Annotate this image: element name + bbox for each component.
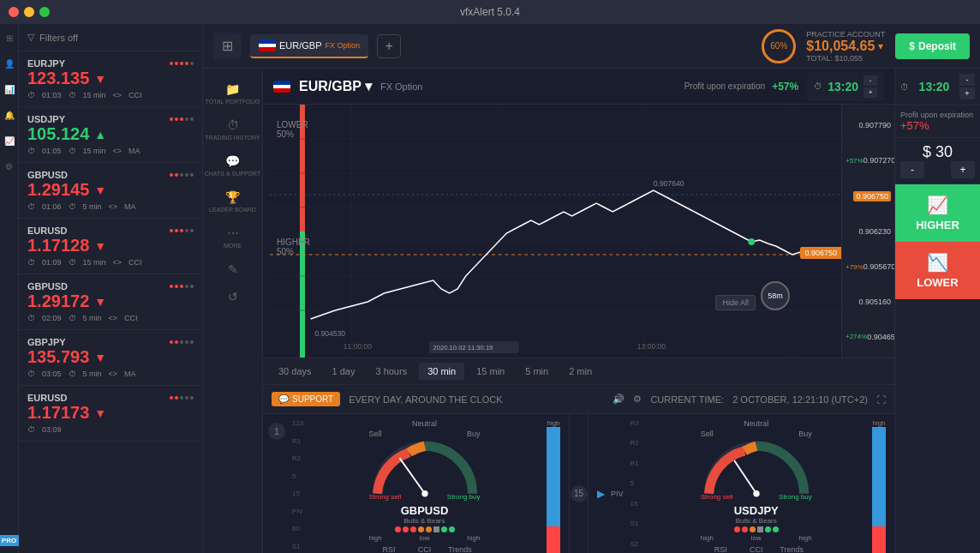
tf-15min[interactable]: 15 min: [468, 363, 513, 380]
amount-minus-btn[interactable]: -: [900, 161, 924, 178]
profit-label: Profit upon expiration: [900, 111, 975, 119]
pair-item-usdjpy[interactable]: USDJPY 105.124 ▲ ⏱ 01:05 ⏱: [19, 107, 202, 163]
pair-name-gbpusd2: GBPUSD: [27, 281, 194, 292]
bb-dot: [426, 526, 432, 532]
high-bar-blue-1: [547, 427, 560, 526]
sidebar-icon-settings[interactable]: ⚙: [3, 159, 16, 173]
sidebar-icon-chart[interactable]: 📊: [3, 82, 16, 96]
dot: [180, 173, 183, 177]
chart-up-icon: 📈: [927, 195, 948, 215]
timer-minus-btn[interactable]: -: [863, 75, 877, 86]
timer-icon-panel: ⏱: [900, 82, 909, 92]
grid-view-btn[interactable]: ⊞: [213, 33, 242, 59]
strong-sell-1: Strong sell: [369, 493, 402, 501]
history-icon: ⏱: [227, 118, 239, 132]
sidebar-history[interactable]: ⏱ TRADING HISTORY: [205, 111, 260, 147]
pair-item-eurusd2[interactable]: EURUSD 1.17173 ▼ ⏱ 03:09: [19, 386, 202, 442]
tf-30min[interactable]: 30 min: [419, 363, 464, 380]
sidebar-leaderboard[interactable]: 🏆 LEADER BOARD: [209, 183, 256, 219]
tf-2min[interactable]: 2 min: [560, 363, 601, 380]
pair-item-eurjpy[interactable]: EURJPY 123.135 ▼ ⏱ 01:03 ⏱: [19, 51, 202, 107]
tab-eurgbp[interactable]: EUR/GBP FX Option: [250, 34, 368, 58]
expand-icon[interactable]: ⛶: [876, 394, 886, 405]
price-value-2: 0.907270: [863, 156, 894, 165]
sidebar-icon-stats[interactable]: 📈: [3, 134, 16, 147]
pair-item-eurusd[interactable]: EURUSD 1.17128 ▼ ⏱ 01:09 ⏱: [19, 219, 202, 274]
lower-pct: 50%: [277, 129, 308, 139]
signal-dots: [170, 396, 194, 400]
higher-text: HIGHER: [277, 237, 310, 247]
amount-plus-btn[interactable]: +: [951, 161, 975, 178]
deposit-button[interactable]: $ Deposit: [895, 33, 970, 59]
tf-30days[interactable]: 30 days: [270, 363, 320, 380]
svg-text:0.907640: 0.907640: [654, 179, 684, 188]
stats-1: RSI 36.12 CCI -91.74 Trends: [377, 545, 471, 553]
chart-timer-circle: 58m: [761, 281, 790, 310]
sidebar-portfolio[interactable]: 📁 TOTAL PORTFOLIO: [206, 75, 260, 111]
sidebar-more[interactable]: ⋯ MORE: [224, 219, 242, 255]
amount-dropdown-icon[interactable]: ▾: [878, 40, 883, 52]
top-bar-right: 60% PRACTICE ACCOUNT $10,054.65 ▾ TOTAL:…: [762, 29, 970, 63]
svg-line-20: [399, 458, 425, 494]
timer-plus-btn[interactable]: +: [863, 87, 877, 98]
time-icon: ⏱: [69, 370, 76, 378]
high-label-2b: high: [799, 534, 812, 542]
sidebar-icon-account[interactable]: 👤: [3, 57, 16, 70]
dot: [175, 285, 178, 288]
maximize-btn[interactable]: [39, 7, 50, 17]
ind-number-1: 1: [268, 419, 289, 553]
arrow-down-icon: ▼: [94, 351, 106, 364]
hide-all-btn[interactable]: Hide All: [715, 295, 756, 310]
clock-icon: ⏱: [27, 91, 35, 99]
sidebar-refresh[interactable]: ↺: [228, 283, 238, 310]
trading-area: ⊞ EUR/GBP FX Option + 60% PRACTICE ACCOU…: [203, 24, 980, 553]
settings-icon[interactable]: ⚙: [633, 394, 642, 405]
price-row: 0.905160: [846, 298, 891, 306]
dot: [170, 117, 173, 121]
pair-price-eurusd: 1.17128 ▼: [27, 236, 194, 255]
indicator-icon: <>: [109, 202, 118, 211]
stat-cci-2: CCI -59.56: [743, 545, 769, 553]
chart-type: FX Option: [380, 81, 423, 92]
sidebar-icon-bell[interactable]: 🔔: [3, 108, 16, 122]
minimize-btn[interactable]: [24, 7, 34, 17]
bb-dot: [773, 526, 779, 532]
account-info: PRACTICE ACCOUNT $10,054.65 ▾ TOTAL: $10…: [806, 30, 885, 63]
sidebar-draw[interactable]: ✎: [228, 255, 238, 283]
volume-icon[interactable]: 🔊: [612, 394, 624, 405]
lower-button[interactable]: 📉 LOWER: [895, 242, 980, 299]
sidebar-icon-home[interactable]: ⊞: [3, 31, 16, 45]
higher-button[interactable]: 📈 HIGHER: [895, 184, 980, 242]
add-tab-btn[interactable]: +: [377, 34, 401, 58]
clock-icon: ⏱: [27, 370, 35, 378]
pair-name-ind-1: GBPUSD: [401, 504, 449, 517]
tf-5min[interactable]: 5 min: [517, 363, 557, 380]
support-badge[interactable]: 💬 SUPPORT: [272, 392, 340, 406]
buy-label-1: Buy: [467, 430, 481, 438]
close-btn[interactable]: [9, 7, 19, 17]
gauge-area-1: Neutral Sell Buy: [306, 419, 543, 553]
gauge-svg-2: [696, 438, 816, 502]
stat-trends-1: Trends ▲: [448, 545, 472, 553]
pair-item-gbpjpy[interactable]: GBPJPY 135.793 ▼ ⏱ 03:05 ⏱: [19, 330, 202, 386]
dot: [175, 117, 178, 121]
profit-label: Profit upon expiration: [684, 81, 766, 91]
tf-1day[interactable]: 1 day: [324, 363, 364, 380]
level-labels-1: 123 R1 R2 5 15 PIV 60 S1 S3: [289, 419, 306, 553]
dot: [175, 229, 178, 232]
high-bar-2: high low: [872, 419, 886, 553]
sidebar-chats[interactable]: 💬 CHATS & SUPPORT: [205, 147, 260, 183]
lower-text: LOWER: [277, 120, 308, 129]
titlebar: vfxAlert 5.0.4: [0, 0, 980, 24]
pair-item-gbpusd[interactable]: GBPUSD 1.29145 ▼ ⏱ 01:06 ⏱: [19, 163, 202, 219]
timer-panel-minus[interactable]: -: [959, 74, 975, 86]
indicator-panel-1: 1 123 R1 R2 5 15 PIV 60 S1: [263, 414, 570, 553]
price-value-5: 0.905670: [863, 262, 894, 271]
tf-3hours[interactable]: 3 hours: [367, 363, 415, 380]
bb-dot: [403, 526, 409, 532]
pair-meta-eurjpy: ⏱ 01:03 ⏱ 15 min <> CCI: [27, 91, 194, 99]
low-label-2: low: [751, 534, 762, 542]
pair-item-gbpusd2[interactable]: GBPUSD 1.29172 ▼ ⏱ 02:09 ⏱: [19, 274, 202, 330]
flag-icon: [259, 39, 276, 51]
timer-panel-plus[interactable]: +: [959, 87, 975, 99]
